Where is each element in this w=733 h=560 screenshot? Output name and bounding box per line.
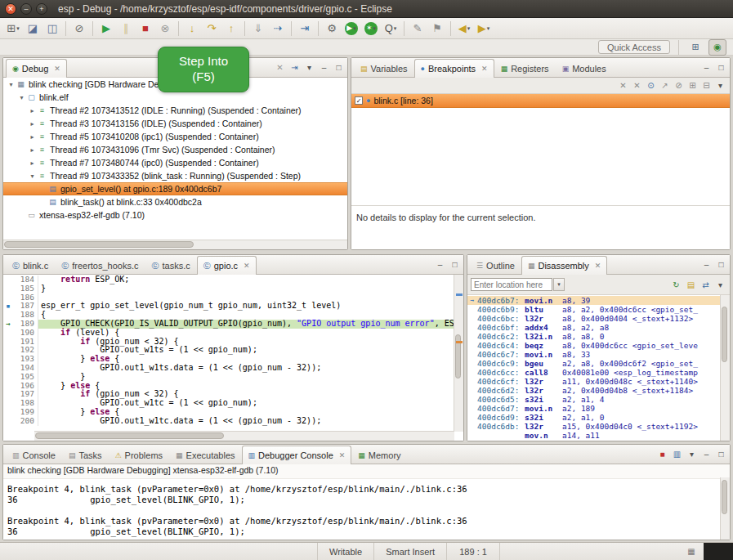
- debug-tree-item[interactable]: ▤gpio_set_level() at gpio.c:189 0x400dc6…: [3, 182, 347, 195]
- overview-marker-annotation[interactable]: [456, 293, 463, 296]
- window-maximize-button[interactable]: +: [36, 3, 47, 15]
- step-filters-icon[interactable]: ⇥: [288, 60, 301, 74]
- skip-all-breakpoints-icon[interactable]: ⊘: [673, 79, 685, 92]
- step-into-icon[interactable]: ↓: [183, 20, 201, 38]
- expand-all-icon[interactable]: ⊞: [686, 79, 699, 92]
- close-tab-icon[interactable]: ✕: [481, 65, 488, 73]
- expander-expanded-icon[interactable]: ▾: [28, 172, 37, 180]
- refresh-disassembly-icon[interactable]: ↻: [670, 278, 682, 291]
- instruction-stepping-icon[interactable]: ⇢: [269, 20, 287, 38]
- settings-icon[interactable]: ⚙: [323, 20, 341, 38]
- tab-debugger-console[interactable]: ▥ Debugger Console ✕: [242, 446, 352, 464]
- debug-tree-item[interactable]: ▾▢blink.elf: [3, 91, 347, 104]
- view-menu-icon[interactable]: ▾: [714, 79, 726, 92]
- window-close-button[interactable]: ✕: [5, 3, 16, 15]
- scrollbar-thumb[interactable]: [35, 432, 224, 439]
- disassembly-line[interactable]: 400dc6d2:l32ra2, 0x400d04b8 <_stext+1184…: [467, 386, 721, 395]
- tab-registers[interactable]: ▦ Registers: [494, 60, 556, 77]
- expander-expanded-icon[interactable]: ▾: [7, 81, 16, 88]
- go-to-file-for-breakpoint-icon[interactable]: ↗: [659, 79, 671, 92]
- minimize-panel-icon[interactable]: –: [434, 258, 446, 271]
- window-minimize-button[interactable]: –: [20, 3, 32, 15]
- open-task-icon[interactable]: ✎: [409, 20, 427, 38]
- close-tab-icon[interactable]: ✕: [54, 65, 60, 73]
- back-icon[interactable]: ◀▾: [455, 20, 473, 38]
- debug-tree-item[interactable]: ▸≡Thread #3 1073413156 (IDLE) (Suspended…: [3, 117, 347, 130]
- maximize-panel-icon[interactable]: □: [715, 60, 727, 74]
- maximize-panel-icon[interactable]: □: [715, 447, 727, 460]
- save-icon[interactable]: ◪: [24, 20, 42, 38]
- expander-collapsed-icon[interactable]: ▸: [28, 133, 37, 141]
- tab-tasks-c[interactable]: ⓒ tasks.c: [145, 257, 197, 274]
- tab-gpio-c[interactable]: ⓒ gpio.c ✕: [197, 256, 257, 275]
- view-menu-icon[interactable]: ▾: [303, 60, 315, 74]
- scrollbar-thumb[interactable]: [4, 241, 194, 248]
- expander-collapsed-icon[interactable]: ▸: [28, 146, 37, 154]
- progress-view-icon[interactable]: ▦: [684, 547, 699, 556]
- tab-variables[interactable]: ▤ Variables: [354, 60, 414, 77]
- disassembly-line[interactable]: 400dc6c2:l32i.na8, a8, 0: [467, 332, 721, 341]
- tab-executables[interactable]: ▦ Executables: [169, 446, 241, 464]
- show-source-icon[interactable]: ▤: [685, 278, 697, 291]
- show-breakpoints-for-selection-icon[interactable]: ⊙: [645, 79, 657, 92]
- remove-selected-breakpoint-icon[interactable]: ✕: [617, 79, 629, 92]
- expander-collapsed-icon[interactable]: ▸: [28, 120, 37, 128]
- code-line[interactable]: 185}: [3, 284, 454, 293]
- tab-memory[interactable]: ▦ Memory: [351, 446, 407, 464]
- debug-tree-item[interactable]: ▭xtensa-esp32-elf-gdb (7.10): [3, 208, 347, 222]
- resume-icon[interactable]: ▶: [97, 20, 115, 38]
- step-return-icon[interactable]: ↑: [222, 20, 240, 38]
- scrollbar-thumb[interactable]: [722, 307, 727, 362]
- debug-horizontal-scrollbar[interactable]: [3, 240, 347, 249]
- location-dropdown-icon[interactable]: ▾: [553, 278, 565, 291]
- disassembly-line[interactable]: 400dc6d9:s32ia2, a1, 0: [467, 413, 721, 422]
- suspend-icon[interactable]: ∥: [117, 20, 135, 38]
- use-step-filters-icon[interactable]: ⇥: [296, 20, 314, 38]
- overview-marker-current-line[interactable]: [456, 341, 463, 343]
- close-tab-icon[interactable]: ✕: [339, 451, 346, 459]
- quick-access-button[interactable]: Quick Access: [598, 40, 670, 54]
- display-selected-console-icon[interactable]: ▥: [671, 447, 683, 460]
- code-line[interactable]: 184 return ESP_OK;: [3, 276, 454, 284]
- debug-tree-item[interactable]: ▸≡Thread #7 1073480744 (ipc0) (Suspended…: [3, 156, 347, 169]
- minimize-panel-icon[interactable]: –: [700, 447, 713, 460]
- disassembly-line[interactable]: 400dc6d5:s32ia2, a1, 4: [467, 395, 721, 404]
- expander-expanded-icon[interactable]: ▾: [17, 94, 26, 101]
- expander-collapsed-icon[interactable]: ▸: [28, 107, 37, 114]
- run-icon[interactable]: ▶▾: [345, 22, 358, 35]
- disassembly-line[interactable]: 400dc6db:l32ra15, 0x400d04c0 <_stext+119…: [467, 422, 721, 431]
- tab-problems[interactable]: ⚠ Problems: [109, 446, 170, 464]
- tab-debug[interactable]: ◉ Debug ✕: [6, 59, 67, 78]
- code-line[interactable]: ▪187esp_err_t gpio_set_level(gpio_num_t …: [3, 302, 454, 311]
- remove-all-breakpoints-icon[interactable]: ✕: [631, 79, 643, 92]
- disassembly-line[interactable]: mov.na14, a11: [467, 431, 721, 440]
- disassembly-line[interactable]: 400dc6c4:beqza8, 0x400dc6cc <gpio_set_le…: [467, 341, 721, 350]
- close-tab-icon[interactable]: ✕: [595, 262, 601, 270]
- disassembly-line[interactable]: 400dc6cf:l32ra11, 0x400d048c <_stext+114…: [467, 377, 721, 386]
- editor-vertical-scrollbar[interactable]: [454, 275, 463, 432]
- debug-tree-item[interactable]: ▸≡Thread #6 1073431096 (Tmr Svc) (Suspen…: [3, 143, 347, 156]
- search-icon[interactable]: Q▾: [382, 20, 400, 38]
- disconnect-icon[interactable]: ⊗: [156, 20, 174, 38]
- debug-perspective-button[interactable]: ◉: [708, 39, 726, 56]
- pin-editor-icon[interactable]: ⚑: [428, 20, 446, 38]
- expander-collapsed-icon[interactable]: ▸: [28, 159, 37, 167]
- save-all-icon[interactable]: ◫: [43, 20, 61, 38]
- debug-icon[interactable]: ✶▾: [364, 22, 378, 35]
- debug-tree-item[interactable]: ▤blink_task() at blink.c:33 0x400dbc2a: [3, 195, 347, 208]
- remove-terminated-icon[interactable]: ✕: [274, 60, 286, 74]
- disassembly-line[interactable]: →400dc6b7:movi.na8, 39: [467, 296, 721, 305]
- open-console-dropdown-icon[interactable]: ▾: [686, 447, 698, 460]
- tab-blink-c[interactable]: ⓒ blink.c: [6, 257, 55, 274]
- drop-to-frame-icon[interactable]: ⇓: [249, 20, 267, 38]
- disassembly-line[interactable]: 400dc6d7:movi.na2, 189: [467, 404, 721, 413]
- tab-freertos-hooks-c[interactable]: ⓒ freertos_hooks.c: [55, 257, 145, 274]
- maximize-panel-icon[interactable]: □: [715, 258, 727, 271]
- disassembly-line[interactable]: 400dc6cc:call80x40081e00 <esp_log_timest…: [467, 368, 721, 377]
- open-perspective-icon[interactable]: ⊞: [687, 40, 704, 55]
- collapse-all-icon[interactable]: ⊟: [700, 79, 713, 92]
- maximize-panel-icon[interactable]: □: [449, 258, 461, 271]
- disassembly-line[interactable]: 400dc6c9:bgeua2, a8, 0x400dc6f2 <gpio_se…: [467, 359, 721, 368]
- sync-with-debug-context-icon[interactable]: ⇄: [699, 278, 712, 291]
- tab-tasks[interactable]: ▤ Tasks: [62, 446, 109, 464]
